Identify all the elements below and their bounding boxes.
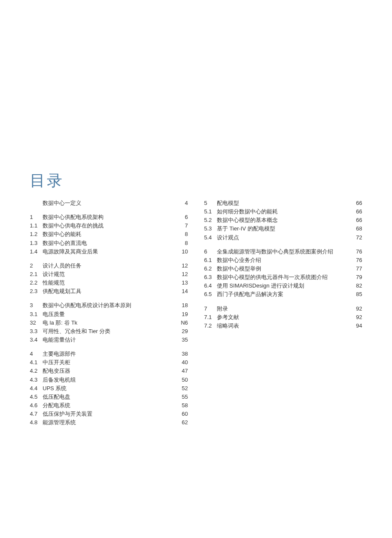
toc-entry-page: 35 xyxy=(175,336,188,344)
toc-columns: 数据中心一定义41数据中心供配电系统架构61.1数据中心供电存在的挑战71.2数… xyxy=(30,199,362,427)
toc-entry: 5.4设计观点72 xyxy=(204,233,362,242)
toc-entry-number: 2.3 xyxy=(30,287,43,296)
toc-entry-number: 5.3 xyxy=(204,224,217,233)
toc-entry-text: 主要电源部件 xyxy=(43,350,175,358)
toc-entry-page: 12 xyxy=(175,270,188,279)
toc-entry-text: 如何细分数据中心的能耗 xyxy=(217,207,349,216)
toc-entry-page: 47 xyxy=(175,367,188,375)
toc-entry: 1.2数据中心的能耗8 xyxy=(30,230,188,239)
toc-spacer xyxy=(204,299,362,305)
toc-entry-text: 数据中心模型的供电元器件与一次系统图介绍 xyxy=(217,273,349,282)
toc-entry-page: 55 xyxy=(175,393,188,401)
toc-entry-page: 79 xyxy=(349,273,362,282)
toc-entry-page: 18 xyxy=(175,301,188,310)
toc-entry-number: 4.7 xyxy=(30,410,43,418)
toc-entry-text: 数据中心业务介绍 xyxy=(217,256,349,265)
toc-entry-text: 全集成能源管理与数据中心典型系统图案例介绍 xyxy=(217,247,349,256)
toc-entry: 7.1参考文献92 xyxy=(204,313,362,322)
toc-entry-number: 1.1 xyxy=(30,222,43,230)
toc-entry-number: 3.1 xyxy=(30,310,43,319)
toc-entry-number: 5 xyxy=(204,199,217,207)
toc-spacer xyxy=(30,256,188,262)
toc-entry-text: 数据中心一定义 xyxy=(43,199,175,207)
toc-entry-text: 数据中心供配电系统设计的基本原则 xyxy=(43,301,175,310)
toc-entry-page: 82 xyxy=(349,282,362,290)
toc-entry-number: 6.5 xyxy=(204,290,217,299)
toc-spacer xyxy=(30,344,188,350)
toc-entry-page: 94 xyxy=(349,322,362,330)
toc-entry-page: 60 xyxy=(175,410,188,418)
toc-entry: 5配电模型66 xyxy=(204,199,362,207)
toc-entry-text: 附录 xyxy=(217,305,349,313)
toc-entry-number: 7.2 xyxy=(204,322,217,330)
toc-entry: 32电 la 那: 谷 TkN6 xyxy=(30,319,188,327)
toc-entry-text: 使用 SIMARISDesign 进行设计规划 xyxy=(217,282,349,290)
toc-entry-number: 3.3 xyxy=(30,327,43,336)
toc-entry-number: 6.2 xyxy=(204,265,217,273)
toc-entry-number: 2.2 xyxy=(30,279,43,287)
toc-entry-page: 52 xyxy=(175,384,188,393)
toc-title: 目录 xyxy=(30,170,362,191)
toc-entry: 4.1中压开关柜40 xyxy=(30,358,188,367)
toc-entry-page: 19 xyxy=(175,310,188,319)
toc-entry: 4.8能源管理系统62 xyxy=(30,418,188,427)
toc-entry-page: 66 xyxy=(349,199,362,207)
toc-entry-page: 40 xyxy=(175,358,188,367)
toc-entry-text: UPS 系统 xyxy=(43,384,175,393)
toc-entry-number: 4.5 xyxy=(30,393,43,401)
toc-entry: 6全集成能源管理与数据中心典型系统图案例介绍76 xyxy=(204,247,362,256)
toc-entry-text: 分配电系统 xyxy=(43,401,175,410)
toc-entry-text: 数据中心的直流电 xyxy=(43,239,175,247)
toc-entry-text: 设计观点 xyxy=(217,233,349,242)
toc-entry: 7.2缩略词表94 xyxy=(204,322,362,330)
toc-column-left: 数据中心一定义41数据中心供配电系统架构61.1数据中心供电存在的挑战71.2数… xyxy=(30,199,188,427)
toc-entry-text: 电能需量估计 xyxy=(43,336,175,344)
toc-entry-number: 6.1 xyxy=(204,256,217,265)
toc-entry-page: 76 xyxy=(349,247,362,256)
toc-entry-text: 数据中心的能耗 xyxy=(43,230,175,239)
toc-entry-number: 6.3 xyxy=(204,273,217,282)
toc-entry-page: 58 xyxy=(175,401,188,410)
toc-entry-number: 4.6 xyxy=(30,401,43,410)
toc-spacer xyxy=(30,296,188,301)
toc-entry-page: 76 xyxy=(349,256,362,265)
toc-entry: 3数据中心供配电系统设计的基本原则18 xyxy=(30,301,188,310)
toc-entry-text: 低压配电盘 xyxy=(43,393,175,401)
toc-entry-page: 62 xyxy=(175,418,188,427)
toc-entry: 6.4使用 SIMARISDesign 进行设计规划82 xyxy=(204,282,362,290)
toc-entry-number: 2 xyxy=(30,262,43,270)
toc-entry-text: 西门子供配电产品解决方案 xyxy=(217,290,349,299)
toc-entry-page: 10 xyxy=(175,247,188,256)
toc-entry-text: 数据中心模型的基本概念 xyxy=(217,216,349,224)
toc-entry-number: 4.3 xyxy=(30,376,43,384)
toc-entry: 2.1设计规范12 xyxy=(30,270,188,279)
toc-entry-page: 38 xyxy=(175,350,188,358)
toc-entry-number: 6.4 xyxy=(204,282,217,290)
toc-entry-number: 3.4 xyxy=(30,336,43,344)
toc-entry-page: 85 xyxy=(349,290,362,299)
toc-entry-text: 基于 Tier-IV 的配电模型 xyxy=(217,224,349,233)
toc-entry-number: 1.4 xyxy=(30,247,43,256)
toc-entry-text: 配电变压器 xyxy=(43,367,175,375)
toc-entry-text: 参考文献 xyxy=(217,313,349,322)
toc-entry: 4.2配电变压器47 xyxy=(30,367,188,375)
toc-entry-number: 4 xyxy=(30,350,43,358)
toc-entry-page: 14 xyxy=(175,287,188,296)
toc-entry: 4.5低压配电盘55 xyxy=(30,393,188,401)
toc-entry-number: 32 xyxy=(30,319,43,327)
toc-column-right: 5配电模型665.1如何细分数据中心的能耗665.2数据中心模型的基本概念665… xyxy=(204,199,362,427)
toc-entry: 数据中心一定义4 xyxy=(30,199,188,207)
toc-entry-text: 性能规范 xyxy=(43,279,175,287)
toc-entry-page: 50 xyxy=(175,376,188,384)
toc-entry: 1.3数据中心的直流电8 xyxy=(30,239,188,247)
toc-entry-number: 3 xyxy=(30,301,43,310)
toc-entry-page: 4 xyxy=(175,199,188,207)
toc-entry-page: 12 xyxy=(175,262,188,270)
toc-entry-text: 中压开关柜 xyxy=(43,358,175,367)
toc-spacer xyxy=(30,207,188,213)
toc-entry-page: 8 xyxy=(175,230,188,239)
toc-entry: 6.2数据中心模型举例77 xyxy=(204,265,362,273)
toc-entry-page: 92 xyxy=(349,313,362,322)
toc-entry: 1.1数据中心供电存在的挑战7 xyxy=(30,222,188,230)
toc-entry-number: 4.4 xyxy=(30,384,43,393)
